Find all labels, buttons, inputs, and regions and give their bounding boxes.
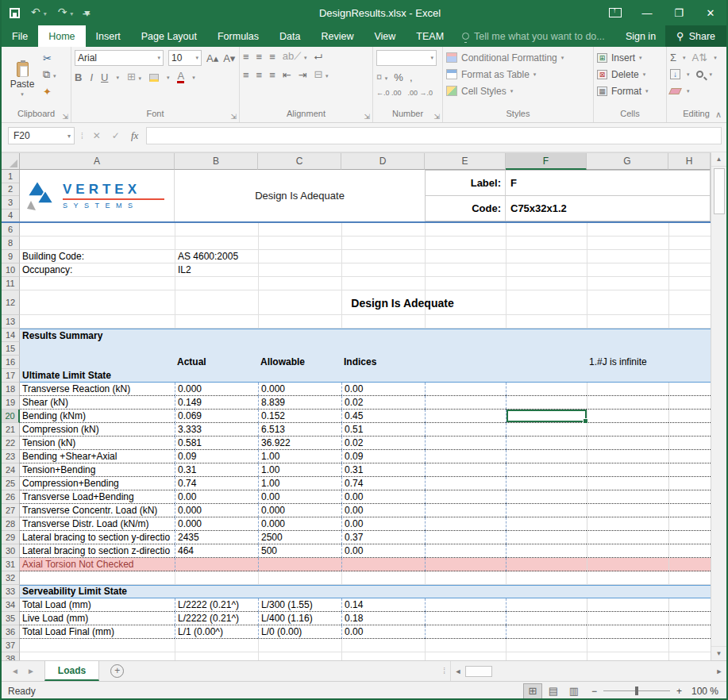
- row-header-6[interactable]: 6: [2, 223, 20, 237]
- zoom-out-icon[interactable]: −: [591, 686, 597, 697]
- cell-B18[interactable]: 0.000: [175, 383, 258, 396]
- cell-A32[interactable]: [20, 571, 175, 585]
- cell-A9[interactable]: Building Code:: [20, 250, 175, 263]
- cell-D13[interactable]: [341, 315, 425, 329]
- align-top-icon[interactable]: ≡: [243, 51, 249, 63]
- cell-H14[interactable]: [668, 329, 711, 342]
- align-middle-icon[interactable]: ≡: [256, 51, 263, 63]
- orientation-icon[interactable]: ab⟋ ▾: [283, 50, 307, 63]
- vertical-scrollbar[interactable]: ▲ ▼: [711, 152, 726, 660]
- cell-F33[interactable]: [506, 585, 587, 598]
- cell-D22[interactable]: 0.02: [341, 437, 425, 450]
- cell-B8[interactable]: [175, 237, 258, 250]
- zoom-level[interactable]: 100 %: [690, 686, 726, 697]
- cell-D6[interactable]: [341, 223, 425, 237]
- cell-A20[interactable]: Bending (kNm): [20, 410, 175, 423]
- cell-H33[interactable]: [668, 585, 711, 598]
- cell-F9[interactable]: [506, 250, 587, 263]
- cell-G36[interactable]: [587, 625, 668, 639]
- cell-G10[interactable]: [587, 263, 668, 277]
- cell-D25[interactable]: 0.74: [341, 477, 425, 490]
- cell-C24[interactable]: 1.00: [258, 463, 341, 477]
- normal-view-icon[interactable]: ⊞: [523, 683, 542, 699]
- new-sheet-button[interactable]: +: [110, 664, 124, 678]
- cell-B38[interactable]: [175, 652, 258, 660]
- cell-A19[interactable]: Shear (kN): [20, 396, 175, 410]
- cell-D14[interactable]: [341, 329, 425, 342]
- align-right-icon[interactable]: ≡: [269, 69, 275, 81]
- cell-E8[interactable]: [425, 237, 506, 250]
- vertical-scroll-thumb[interactable]: [714, 168, 725, 214]
- row-header-20[interactable]: 20: [2, 410, 20, 423]
- cell-H35[interactable]: [668, 612, 711, 625]
- cell-A37[interactable]: [20, 639, 175, 652]
- cell-H32[interactable]: [668, 571, 711, 585]
- page-break-view-icon[interactable]: ▥: [564, 683, 584, 699]
- cell-H26[interactable]: [668, 490, 711, 504]
- number-format-combo[interactable]: ▾: [376, 50, 437, 66]
- cell-F36[interactable]: [506, 625, 587, 639]
- cell-E27[interactable]: [425, 504, 506, 517]
- cell-H13[interactable]: [668, 315, 711, 329]
- cell-D11[interactable]: [341, 277, 425, 290]
- cell-G13[interactable]: [587, 315, 668, 329]
- cell-G23[interactable]: [587, 450, 668, 463]
- cell-G21[interactable]: [587, 423, 668, 437]
- cell-G18[interactable]: [587, 383, 668, 396]
- row-header-33[interactable]: 33: [2, 585, 20, 598]
- cell-B15[interactable]: [175, 342, 258, 356]
- cell-B26[interactable]: 0.00: [175, 490, 258, 504]
- cell-B33[interactable]: [175, 585, 258, 598]
- cell-B31[interactable]: [175, 558, 258, 571]
- paste-button[interactable]: Paste ▾: [5, 50, 40, 109]
- cell-C37[interactable]: [258, 639, 341, 652]
- cell-H22[interactable]: [668, 437, 711, 450]
- scroll-down-icon[interactable]: ▼: [711, 646, 726, 660]
- cell-E29[interactable]: [425, 531, 506, 544]
- cell-G30[interactable]: [587, 544, 668, 558]
- cell-H18[interactable]: [668, 383, 711, 396]
- cell-C25[interactable]: 1.00: [258, 477, 341, 490]
- cell-H38[interactable]: [668, 652, 711, 660]
- ribbon-tab-data[interactable]: Data: [269, 25, 310, 47]
- cell-F37[interactable]: [506, 639, 587, 652]
- row-header-23[interactable]: 23: [2, 450, 20, 463]
- cell-A23[interactable]: Bending +Shear+Axial: [20, 450, 175, 463]
- tell-me-box[interactable]: Tell me what you want to do...: [454, 25, 613, 47]
- cell-A30[interactable]: Lateral bracing to section z-directio: [20, 544, 175, 558]
- cell-F21[interactable]: [506, 423, 587, 437]
- cell-A26[interactable]: Transverse Load+Bending: [20, 490, 175, 504]
- ribbon-tab-team[interactable]: TEAM: [406, 25, 454, 47]
- cell-D17[interactable]: [341, 369, 425, 383]
- cell-B12[interactable]: [175, 290, 258, 315]
- horizontal-scrollbar[interactable]: ◄ ►: [450, 661, 726, 681]
- cell-E13[interactable]: [425, 315, 506, 329]
- cell-B32[interactable]: [175, 571, 258, 585]
- cell-F15[interactable]: [506, 342, 587, 356]
- cell-C21[interactable]: 6.513: [258, 423, 341, 437]
- customize-qat-button[interactable]: ▾̶: [84, 7, 90, 18]
- cell-E35[interactable]: [425, 612, 506, 625]
- save-icon[interactable]: [10, 8, 20, 18]
- borders-icon[interactable]: ⊞ ▾: [127, 71, 141, 84]
- cell-H31[interactable]: [668, 558, 711, 571]
- cell-H17[interactable]: [668, 369, 711, 383]
- column-header-A[interactable]: A: [20, 153, 175, 170]
- row-header-25[interactable]: 25: [2, 477, 20, 490]
- cell-E33[interactable]: [425, 585, 506, 598]
- cell-C20[interactable]: 0.152: [258, 410, 341, 423]
- cell-C14[interactable]: [258, 329, 341, 342]
- cell-H23[interactable]: [668, 450, 711, 463]
- scroll-right-icon[interactable]: ►: [712, 667, 726, 675]
- column-header-B[interactable]: B: [175, 153, 258, 170]
- cell-F18[interactable]: [506, 383, 587, 396]
- cell-E23[interactable]: [425, 450, 506, 463]
- cell-E28[interactable]: [425, 517, 506, 531]
- ribbon-tab-formulas[interactable]: Formulas: [207, 25, 269, 47]
- font-dialog-launcher[interactable]: ⇲: [230, 113, 237, 121]
- cell-G12[interactable]: [587, 290, 668, 315]
- cell-A12[interactable]: [20, 290, 175, 315]
- select-all-corner[interactable]: [2, 153, 20, 170]
- cell-H27[interactable]: [668, 504, 711, 517]
- cell-E30[interactable]: [425, 544, 506, 558]
